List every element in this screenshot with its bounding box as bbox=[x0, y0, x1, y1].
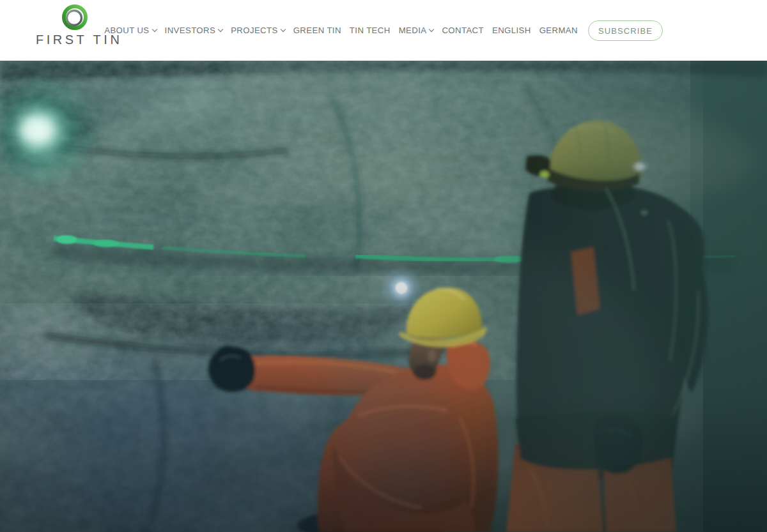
nav-item-projects[interactable]: PROJECTS bbox=[231, 26, 285, 35]
nav-item-investors[interactable]: INVESTORS bbox=[165, 26, 223, 35]
site-header: FIRST TIN ABOUT US INVESTORS PROJECTS GR… bbox=[0, 0, 767, 61]
brand-name: FIRST TIN bbox=[36, 33, 114, 47]
chevron-down-icon bbox=[218, 27, 223, 32]
nav-item-language-english[interactable]: ENGLISH bbox=[492, 26, 531, 35]
main-nav: ABOUT US INVESTORS PROJECTS GREEN TIN TI… bbox=[104, 0, 663, 61]
nav-item-contact[interactable]: CONTACT bbox=[442, 26, 484, 35]
mine-scene bbox=[0, 61, 767, 532]
brand-logo[interactable]: FIRST TIN bbox=[36, 3, 114, 47]
nav-item-language-german[interactable]: GERMAN bbox=[539, 26, 578, 35]
nav-item-green-tin[interactable]: GREEN TIN bbox=[293, 26, 341, 35]
nav-item-about-us[interactable]: ABOUT US bbox=[104, 26, 156, 35]
subscribe-button[interactable]: SUBSCRIBE bbox=[588, 20, 663, 41]
mist-overlay bbox=[0, 61, 767, 532]
chevron-down-icon bbox=[429, 27, 434, 32]
nav-item-tin-tech[interactable]: TIN TECH bbox=[350, 26, 391, 35]
nav-item-media[interactable]: MEDIA bbox=[399, 26, 434, 35]
ring-logo-icon bbox=[60, 3, 89, 32]
chevron-down-icon bbox=[151, 27, 157, 32]
chevron-down-icon bbox=[280, 27, 285, 32]
hero-image bbox=[0, 61, 767, 532]
